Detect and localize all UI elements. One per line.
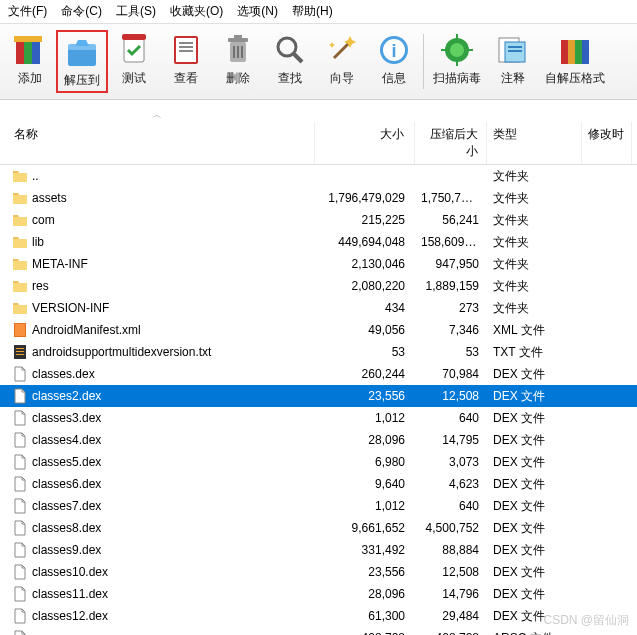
file-type: 文件夹 [487,168,582,185]
tool-label: 测试 [122,70,146,87]
comment-icon [495,32,531,68]
svg-rect-11 [179,46,193,48]
file-type: 文件夹 [487,234,582,251]
file-name: classes10.dex [32,565,108,579]
table-row[interactable]: classes4.dex28,09614,795DEX 文件 [0,429,637,451]
menu-item[interactable]: 文件(F) [8,3,47,20]
svg-rect-34 [508,50,522,52]
svg-rect-0 [16,40,24,64]
tool-info[interactable]: i信息 [368,30,420,93]
tool-sfx[interactable]: 自解压格式 [539,30,611,93]
file-icon [12,454,28,470]
tool-test[interactable]: 测试 [108,30,160,93]
table-row[interactable]: resources.arsc408,728408,728ARSC 文件 [0,627,637,635]
menu-item[interactable]: 帮助(H) [292,3,333,20]
col-name-label: 名称 [14,127,38,141]
file-packed: 56,241 [415,213,487,227]
tool-wizard[interactable]: 向导 [316,30,368,93]
file-packed: 88,884 [415,543,487,557]
tool-label: 查看 [174,70,198,87]
file-packed: 70,984 [415,367,487,381]
col-packed[interactable]: 压缩后大小 [415,122,487,164]
menu-item[interactable]: 选项(N) [237,3,278,20]
col-size[interactable]: 大小 [315,122,415,164]
table-row[interactable]: assets1,796,479,0291,750,738,...文件夹 [0,187,637,209]
table-row[interactable]: classes6.dex9,6404,623DEX 文件 [0,473,637,495]
tool-label: 查找 [278,70,302,87]
file-rows: ..文件夹assets1,796,479,0291,750,738,...文件夹… [0,165,637,635]
file-size: 260,244 [315,367,415,381]
file-name: classes9.dex [32,543,101,557]
tool-label: 扫描病毒 [433,70,481,87]
file-packed: 947,950 [415,257,487,271]
file-packed: 408,728 [415,631,487,635]
col-modified[interactable]: 修改时 [582,122,632,164]
file-type: 文件夹 [487,190,582,207]
tool-label: 解压到 [64,72,100,89]
svg-rect-3 [14,36,42,42]
table-row[interactable]: com215,22556,241文件夹 [0,209,637,231]
file-packed: 12,508 [415,389,487,403]
file-icon [12,366,28,382]
table-row[interactable]: AndroidManifest.xml49,0567,346XML 文件 [0,319,637,341]
file-icon [12,410,28,426]
col-name[interactable]: ︿ 名称 [0,122,315,164]
menu-item[interactable]: 工具(S) [116,3,156,20]
tool-delete[interactable]: 删除 [212,30,264,93]
table-row[interactable]: classes3.dex1,012640DEX 文件 [0,407,637,429]
file-name: classes2.dex [32,389,101,403]
col-type[interactable]: 类型 [487,122,582,164]
menu-item[interactable]: 命令(C) [61,3,102,20]
table-row[interactable]: lib449,694,048158,609,6...文件夹 [0,231,637,253]
file-packed: 158,609,6... [415,235,487,249]
tool-add[interactable]: 添加 [4,30,56,93]
table-row[interactable]: classes12.dex61,30029,484DEX 文件 [0,605,637,627]
file-name: classes8.dex [32,521,101,535]
file-name: resources.arsc [32,631,111,635]
file-type: DEX 文件 [487,520,582,537]
file-name: classes7.dex [32,499,101,513]
file-type: XML 文件 [487,322,582,339]
table-row[interactable]: classes5.dex6,9803,073DEX 文件 [0,451,637,473]
table-row[interactable]: classes8.dex9,661,6524,500,752DEX 文件 [0,517,637,539]
tool-label: 自解压格式 [545,70,605,87]
file-packed: 1,750,738,... [415,191,487,205]
file-type: DEX 文件 [487,388,582,405]
file-icon [12,630,28,635]
tool-view[interactable]: 查看 [160,30,212,93]
folder-icon [12,212,28,228]
svg-rect-17 [237,46,239,58]
watermark: CSDN @留仙洞 [543,612,629,629]
table-row[interactable]: classes2.dex23,55612,508DEX 文件 [0,385,637,407]
table-row[interactable]: VERSION-INF434273文件夹 [0,297,637,319]
table-row[interactable]: ..文件夹 [0,165,637,187]
tool-extract[interactable]: 解压到 [56,30,108,93]
file-name: res [32,279,49,293]
file-name: androidsupportmultidexversion.txt [32,345,211,359]
table-row[interactable]: classes11.dex28,09614,796DEX 文件 [0,583,637,605]
file-size: 1,012 [315,411,415,425]
table-row[interactable]: res2,080,2201,889,159文件夹 [0,275,637,297]
svg-point-26 [450,43,464,57]
tool-virus[interactable]: 扫描病毒 [427,30,487,93]
table-row[interactable]: androidsupportmultidexversion.txt5353TXT… [0,341,637,363]
xml-icon [12,322,28,338]
table-row[interactable]: classes9.dex331,49288,884DEX 文件 [0,539,637,561]
file-icon [12,388,28,404]
table-row[interactable]: classes.dex260,24470,984DEX 文件 [0,363,637,385]
file-name: classes12.dex [32,609,108,623]
find-icon [272,32,308,68]
table-row[interactable]: classes10.dex23,55612,508DEX 文件 [0,561,637,583]
menu-item[interactable]: 收藏夹(O) [170,3,223,20]
tool-comment[interactable]: 注释 [487,30,539,93]
table-row[interactable]: META-INF2,130,046947,950文件夹 [0,253,637,275]
tool-find[interactable]: 查找 [264,30,316,93]
table-row[interactable]: classes7.dex1,012640DEX 文件 [0,495,637,517]
folder-icon [12,256,28,272]
file-size: 449,694,048 [315,235,415,249]
file-name: classes3.dex [32,411,101,425]
extract-icon [64,34,100,70]
svg-rect-4 [68,48,96,66]
svg-point-19 [278,38,296,56]
info-icon: i [376,32,412,68]
